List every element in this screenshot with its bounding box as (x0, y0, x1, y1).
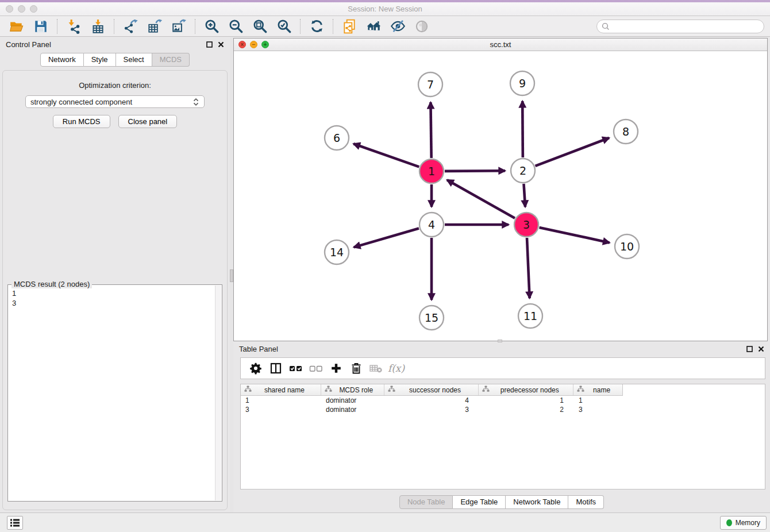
save-session-button[interactable] (32, 18, 50, 35)
graph-edge-2-9[interactable] (522, 101, 523, 157)
table-cell[interactable]: 3 (574, 406, 623, 414)
create-column-button[interactable] (326, 360, 346, 377)
tab-motifs[interactable]: Motifs (568, 495, 604, 509)
export-network-icon (123, 19, 138, 34)
network-canvas[interactable]: 1234678910111415 (234, 51, 767, 341)
minimize-window-button[interactable] (18, 5, 25, 13)
tab-style[interactable]: Style (84, 53, 116, 67)
table-cell[interactable]: 1 (241, 396, 321, 404)
table-toolbar: f(x) (240, 357, 765, 379)
table-cell[interactable]: dominator (321, 396, 384, 404)
export-network-button[interactable] (121, 18, 140, 35)
table-cell[interactable]: 1 (574, 396, 623, 404)
graph-edge-1-6[interactable] (353, 144, 419, 167)
tab-network-table[interactable]: Network Table (506, 495, 568, 509)
close-window-button[interactable] (6, 5, 13, 13)
close-panel-button[interactable]: Close panel (118, 115, 178, 128)
graph-edge-1-7[interactable] (430, 102, 431, 158)
zoom-fit-button[interactable] (251, 18, 269, 35)
memory-button[interactable]: Memory (720, 516, 767, 530)
graph-node-4[interactable]: 4 (419, 213, 444, 237)
column-header-successor-nodes[interactable]: successor nodes (384, 384, 479, 395)
search-input[interactable] (612, 22, 759, 32)
network-graph[interactable]: 1234678910111415 (234, 51, 767, 341)
network-window-title: scc.txt (234, 38, 767, 51)
svg-text:2: 2 (519, 164, 526, 177)
graph-node-6[interactable]: 6 (325, 126, 349, 150)
hide-selected-button[interactable] (388, 18, 407, 35)
export-image-button[interactable] (170, 18, 188, 35)
delete-column-button[interactable] (346, 360, 366, 377)
zoom-in-button[interactable] (202, 18, 221, 35)
graph-node-3[interactable]: 3 (514, 213, 538, 237)
refresh-icon (309, 18, 325, 34)
table-cell[interactable]: 3 (384, 406, 479, 414)
graph-node-10[interactable]: 10 (615, 234, 639, 259)
svg-text:14: 14 (330, 246, 344, 259)
maximize-window-button[interactable] (30, 5, 37, 13)
result-scrollbar[interactable] (215, 286, 221, 500)
table-row[interactable]: 1dominator411 (241, 396, 765, 405)
select-all-button[interactable] (286, 360, 306, 377)
run-mcds-button[interactable]: Run MCDS (53, 115, 110, 128)
tab-network[interactable]: Network (40, 53, 84, 67)
zoom-selected-button[interactable] (275, 18, 293, 35)
graph-node-8[interactable]: 8 (614, 119, 638, 144)
column-header-predecessor-nodes[interactable]: predecessor nodes (479, 384, 573, 395)
search-field[interactable] (596, 20, 764, 33)
graph-edge-3-10[interactable] (539, 228, 609, 243)
tab-node-table[interactable]: Node Table (399, 495, 453, 509)
trash-icon (349, 361, 363, 375)
graph-edge-2-8[interactable] (536, 138, 610, 166)
tab-mcds[interactable]: MCDS (152, 53, 190, 67)
network-minimize-button[interactable]: − (250, 41, 257, 48)
table-settings-button[interactable] (245, 360, 265, 377)
table-cell[interactable]: 4 (384, 396, 479, 404)
table-cell[interactable]: dominator (321, 406, 384, 414)
mcds-result-group: MCDS result (2 nodes) 1 3 (7, 284, 222, 502)
clone-network-button[interactable] (340, 18, 359, 35)
graph-node-15[interactable]: 15 (419, 306, 444, 330)
float-table-panel-icon[interactable] (746, 346, 753, 352)
table-cell[interactable]: 2 (479, 406, 574, 414)
open-session-button[interactable] (7, 18, 26, 35)
graph-node-9[interactable]: 9 (510, 71, 534, 95)
toggle-panel-layout-button[interactable] (265, 360, 286, 377)
graph-edge-3-1[interactable] (447, 180, 515, 218)
graph-edge-2-3[interactable] (523, 184, 525, 207)
zoom-out-button[interactable] (226, 18, 245, 35)
mcds-result-text[interactable]: 1 3 (12, 288, 213, 499)
graph-node-1[interactable]: 1 (419, 159, 444, 183)
graph-edge-3-11[interactable] (527, 238, 530, 298)
show-all-button[interactable] (364, 18, 383, 35)
graph-edge-1-2[interactable] (445, 171, 505, 171)
graph-edge-4-14[interactable] (354, 228, 419, 247)
import-table-button[interactable] (88, 18, 107, 35)
network-maximize-button[interactable]: + (261, 41, 269, 48)
column-header-MCDS-role[interactable]: MCDS role (321, 384, 384, 395)
tab-edge-table[interactable]: Edge Table (453, 495, 506, 509)
network-close-button[interactable]: × (238, 41, 246, 48)
deselect-all-button[interactable] (306, 360, 326, 377)
export-table-button[interactable] (145, 18, 164, 35)
import-network-button[interactable] (64, 18, 83, 35)
table-cell[interactable]: 1 (479, 396, 574, 404)
tab-select[interactable]: Select (116, 53, 152, 67)
table-cell[interactable]: 3 (241, 406, 321, 414)
tree-icon (388, 385, 395, 394)
close-table-panel-icon[interactable] (758, 346, 764, 352)
column-header-shared-name[interactable]: shared name (241, 384, 321, 395)
close-panel-icon[interactable] (218, 41, 224, 48)
apply-layout-button[interactable] (307, 18, 326, 35)
show-tasks-button[interactable] (7, 516, 23, 530)
graph-node-7[interactable]: 7 (418, 72, 442, 97)
graph-node-2[interactable]: 2 (511, 159, 535, 183)
show-hidden-button (413, 18, 431, 35)
optimization-criterion-value: strongly connected component (30, 98, 132, 106)
table-row[interactable]: 3dominator323 (241, 405, 765, 414)
graph-node-14[interactable]: 14 (325, 240, 349, 264)
column-header-name[interactable]: name (573, 384, 622, 395)
optimization-criterion-select[interactable]: strongly connected component (25, 95, 205, 108)
float-panel-icon[interactable] (206, 41, 213, 48)
graph-node-11[interactable]: 11 (518, 304, 542, 328)
